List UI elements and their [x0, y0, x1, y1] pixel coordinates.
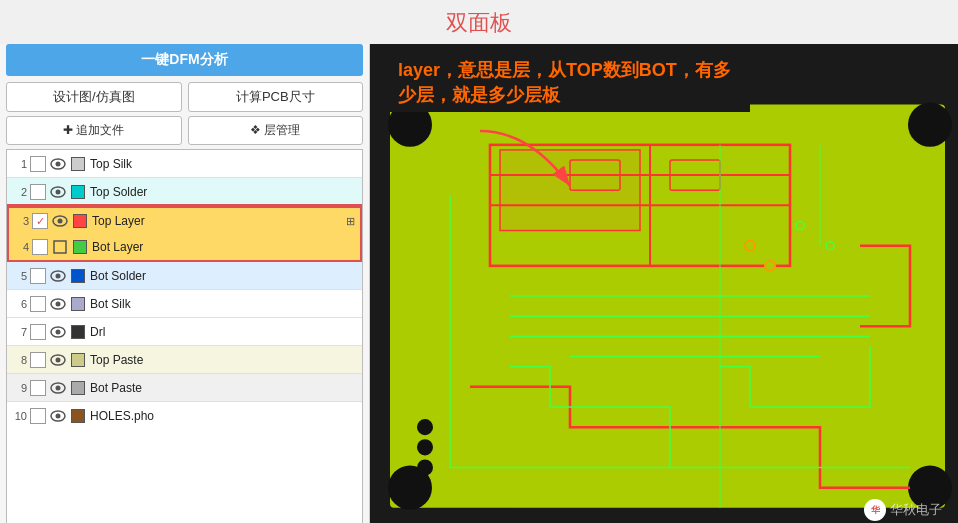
layer-row-2[interactable]: 2Top Solder: [7, 178, 362, 206]
layer-manage-button[interactable]: ❖ 层管理: [188, 116, 364, 145]
top-buttons-row: 设计图/仿真图 计算PCB尺寸: [6, 82, 363, 112]
add-file-button[interactable]: ✚ 追加文件: [6, 116, 182, 145]
annotation-content: layer，意思是层，从TOP数到BOT，有多少层，就是多少层板: [398, 60, 731, 105]
layer-row-8[interactable]: 8Top Paste: [7, 346, 362, 374]
layer-name-8: Top Paste: [90, 353, 360, 367]
layer-row-9[interactable]: 9Bot Paste: [7, 374, 362, 402]
layer-checkbox-8[interactable]: [30, 352, 46, 368]
watermark-text: 华秋电子: [890, 501, 942, 519]
svg-point-3: [56, 189, 61, 194]
layer-row-7[interactable]: 7Drl: [7, 318, 362, 346]
layer-checkbox-6[interactable]: [30, 296, 46, 312]
layer-checkbox-9[interactable]: [30, 380, 46, 396]
layer-name-4: Bot Layer: [92, 240, 358, 254]
layer-row-4[interactable]: 4Bot Layer: [7, 234, 362, 262]
layer-checkbox-7[interactable]: [30, 324, 46, 340]
layer-list: 1Top Silk2Top Solder3Top Layer⊞4Bot Laye…: [6, 149, 363, 523]
layer-number-9: 9: [9, 382, 27, 394]
layer-color-2: [71, 185, 85, 199]
svg-point-10: [56, 301, 61, 306]
layer-visibility-icon-10[interactable]: [49, 407, 67, 425]
svg-rect-20: [390, 104, 945, 507]
svg-point-27: [417, 419, 433, 435]
layer-checkbox-2[interactable]: [30, 184, 46, 200]
layer-visibility-icon-1[interactable]: [49, 155, 67, 173]
layer-checkbox-5[interactable]: [30, 268, 46, 284]
svg-rect-6: [54, 241, 66, 253]
layer-name-5: Bot Solder: [90, 269, 360, 283]
svg-point-40: [796, 221, 804, 229]
left-panel: 一键DFM分析 设计图/仿真图 计算PCB尺寸 ✚ 追加文件 ❖ 层管理 1To…: [0, 44, 370, 523]
layer-color-9: [71, 381, 85, 395]
dfm-button[interactable]: 一键DFM分析: [6, 44, 363, 76]
layer-visibility-icon-7[interactable]: [49, 323, 67, 341]
svg-point-22: [908, 102, 952, 146]
layer-number-8: 8: [9, 354, 27, 366]
layer-row-3[interactable]: 3Top Layer⊞: [7, 206, 362, 234]
layer-number-6: 6: [9, 298, 27, 310]
layer-row-1[interactable]: 1Top Silk: [7, 150, 362, 178]
layer-visibility-icon-8[interactable]: [49, 351, 67, 369]
layer-visibility-icon-3[interactable]: [51, 212, 69, 230]
layer-color-5: [71, 269, 85, 283]
svg-point-26: [417, 439, 433, 455]
layer-number-5: 5: [9, 270, 27, 282]
layer-number-2: 2: [9, 186, 27, 198]
layer-name-6: Bot Silk: [90, 297, 360, 311]
layer-visibility-icon-9[interactable]: [49, 379, 67, 397]
svg-point-38: [745, 241, 755, 251]
layer-color-1: [71, 157, 85, 171]
watermark-logo: 华: [864, 499, 886, 521]
svg-point-39: [765, 261, 775, 271]
svg-point-41: [826, 242, 834, 250]
layer-name-1: Top Silk: [90, 157, 360, 171]
svg-point-1: [56, 161, 61, 166]
layer-color-10: [71, 409, 85, 423]
layer-color-4: [73, 240, 87, 254]
page-title: 双面板: [0, 0, 958, 44]
layer-row-6[interactable]: 6Bot Silk: [7, 290, 362, 318]
layer-number-7: 7: [9, 326, 27, 338]
layer-name-9: Bot Paste: [90, 381, 360, 395]
pcb-view: [370, 44, 958, 523]
svg-point-12: [56, 329, 61, 334]
layer-color-3: [73, 214, 87, 228]
layer-name-2: Top Solder: [90, 185, 360, 199]
layer-checkbox-3[interactable]: [32, 213, 48, 229]
svg-point-16: [56, 385, 61, 390]
svg-point-8: [56, 273, 61, 278]
layer-name-3: Top Layer: [92, 214, 338, 228]
layer-visibility-icon-2[interactable]: [49, 183, 67, 201]
layer-expand-icon-3[interactable]: ⊞: [342, 215, 358, 228]
layer-name-7: Drl: [90, 325, 360, 339]
watermark: 华 华秋电子: [864, 499, 942, 521]
layer-number-4: 4: [11, 241, 29, 253]
right-panel: layer，意思是层，从TOP数到BOT，有多少层，就是多少层板 华 华秋电子: [370, 44, 958, 523]
layer-number-10: 10: [9, 410, 27, 422]
annotation-text: layer，意思是层，从TOP数到BOT，有多少层，就是多少层板: [390, 54, 750, 112]
layer-number-1: 1: [9, 158, 27, 170]
svg-point-25: [417, 459, 433, 475]
calc-pcb-button[interactable]: 计算PCB尺寸: [188, 82, 364, 112]
layer-color-7: [71, 325, 85, 339]
layer-row-10[interactable]: 10HOLES.pho: [7, 402, 362, 430]
layer-color-6: [71, 297, 85, 311]
layer-checkbox-4[interactable]: [32, 239, 48, 255]
layer-row-5[interactable]: 5Bot Solder: [7, 262, 362, 290]
layer-checkbox-10[interactable]: [30, 408, 46, 424]
layer-number-3: 3: [11, 215, 29, 227]
svg-point-18: [56, 414, 61, 419]
design-view-button[interactable]: 设计图/仿真图: [6, 82, 182, 112]
svg-point-5: [58, 219, 63, 224]
layer-checkbox-1[interactable]: [30, 156, 46, 172]
main-container: 一键DFM分析 设计图/仿真图 计算PCB尺寸 ✚ 追加文件 ❖ 层管理 1To…: [0, 44, 958, 523]
layer-visibility-icon-4[interactable]: [51, 238, 69, 256]
layer-color-8: [71, 353, 85, 367]
layer-name-10: HOLES.pho: [90, 409, 360, 423]
layer-visibility-icon-6[interactable]: [49, 295, 67, 313]
svg-rect-44: [500, 150, 640, 231]
layer-actions-row: ✚ 追加文件 ❖ 层管理: [6, 116, 363, 145]
layer-visibility-icon-5[interactable]: [49, 267, 67, 285]
svg-point-14: [56, 357, 61, 362]
